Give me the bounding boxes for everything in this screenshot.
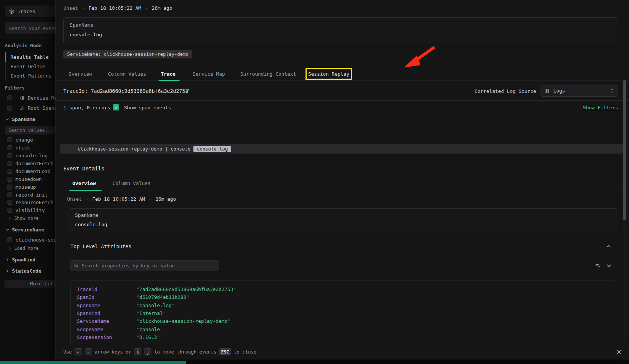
value-checkbox[interactable] [7, 185, 12, 189]
event-details-title: Event Details [63, 166, 105, 172]
waterfall-span-chip[interactable]: console.log [193, 146, 231, 152]
load-more-label: Load more [14, 246, 39, 251]
relative-time: 26m ago [152, 5, 172, 11]
value-label: record init [15, 192, 48, 198]
spanname-card: SpanName console.log [63, 17, 618, 44]
esc-keycap: ESC [219, 348, 231, 355]
value-row-visibility[interactable]: visibility [7, 207, 45, 213]
value-checkbox[interactable] [7, 161, 12, 166]
value-checkbox[interactable] [7, 137, 12, 142]
value-checkbox[interactable] [7, 208, 12, 213]
chevron-down-icon [5, 117, 9, 121]
ed-tab-overview[interactable]: Overview [72, 175, 96, 191]
table-row[interactable]: ServiceNameclickhouse-session-replay-dem… [77, 317, 615, 325]
denoise-checkbox[interactable] [7, 95, 12, 100]
servicename-section-header[interactable]: ServiceName [5, 227, 44, 233]
root-spans-checkbox[interactable] [7, 106, 12, 110]
j-keycap: j [144, 348, 151, 355]
table-row[interactable]: SpanKindInternal [77, 309, 615, 317]
tab-trace[interactable]: Trace [161, 67, 175, 81]
value-checkbox[interactable] [7, 192, 12, 197]
nav-item-results-table[interactable]: Results Table [5, 52, 52, 62]
tab-surrounding-context[interactable]: Surrounding Context [240, 67, 296, 81]
load-more-link[interactable]: Load more [8, 246, 39, 251]
footer-text: to move through events [154, 349, 216, 355]
analysis-mode-nav: Results Table Event Deltas Event Pattern… [5, 52, 52, 81]
footer-text: arrow keys or [95, 349, 132, 355]
statuscode-section-header[interactable]: StatusCode [5, 268, 41, 274]
properties-search[interactable] [70, 260, 219, 271]
search-icon [74, 263, 79, 268]
denoise-icon [20, 95, 25, 100]
attr-value: clickhouse-session-replay-demo [136, 318, 230, 324]
attr-value: 0.16.2 [136, 334, 160, 340]
layers-icon [545, 88, 550, 94]
properties-search-input[interactable] [82, 263, 216, 269]
value-row-change[interactable]: change [7, 137, 33, 143]
chevron-right-icon [5, 258, 9, 262]
event-drawer: Unset · Feb 18 10:05:22 AM · 26m ago Spa… [55, 0, 629, 360]
top-level-attributes-title: Top Level Attributes [70, 243, 132, 249]
spankind-section-header[interactable]: SpanKind [5, 257, 36, 263]
scrollbar-thumb[interactable] [623, 80, 626, 220]
value-row-documentfetch[interactable]: documentFetch [7, 161, 54, 166]
value-checkbox[interactable] [7, 237, 12, 242]
value-checkbox[interactable] [7, 145, 12, 150]
service-name-badge[interactable]: ServiceName: clickhouse-session-replay-d… [63, 50, 192, 58]
gear-icon[interactable] [606, 263, 612, 269]
k-keycap: k [134, 348, 141, 355]
table-row[interactable]: ScopeVersion0.16.2 [77, 333, 615, 341]
timestamp: Feb 18 10:05:22 AM [88, 5, 141, 11]
traceid-row: TraceId: 7ad2ad8660c9d53969a6bf6a3e2d275… [56, 81, 629, 101]
value-row-documentload[interactable]: documentLoad [7, 169, 51, 174]
show-more-link[interactable]: Show more [8, 216, 39, 221]
ed-tab-column-values[interactable]: Column Values [112, 175, 151, 191]
nav-item-event-deltas[interactable]: Event Deltas [5, 62, 52, 71]
spanname-section-title: SpanName [12, 116, 36, 122]
attr-key: ServiceName [77, 318, 136, 324]
log-source-select[interactable]: Logs [541, 85, 618, 97]
chevron-right-icon [5, 269, 9, 273]
spanname-section-header[interactable]: SpanName [5, 116, 36, 122]
value-label: console.log [15, 153, 48, 158]
value-label: documentFetch [15, 161, 54, 166]
tab-overview[interactable]: Overview [69, 67, 92, 81]
source-select-label: Traces [18, 9, 35, 14]
value-row-resourcefetch[interactable]: resourceFetch [7, 200, 54, 205]
trace-id-value: 7ad2ad8660c9d53969a6bf6a3e2d2753 [91, 88, 188, 94]
chevron-right-icon [8, 247, 11, 250]
left-arrow-keycap: ← [75, 348, 82, 355]
chevron-right-icon [8, 217, 11, 220]
nav-item-event-patterns[interactable]: Event Patterns [5, 71, 52, 81]
value-label: documentLoad [15, 169, 51, 174]
value-label: visibility [15, 207, 45, 213]
close-icon[interactable] [616, 349, 622, 355]
value-row-record-init[interactable]: record init [7, 192, 48, 198]
value-row-mousedown[interactable]: mousedown [7, 176, 42, 182]
value-checkbox[interactable] [7, 177, 12, 182]
show-span-events-checkbox[interactable] [113, 104, 119, 110]
show-filters-link[interactable]: Show Filters [583, 105, 618, 110]
value-checkbox[interactable] [7, 169, 12, 174]
tab-column-values[interactable]: Column Values [108, 67, 146, 81]
table-row[interactable]: TraceId7ad2ad8660c9d53969a6bf6a3e2d2753 [77, 285, 615, 293]
table-row[interactable]: ScopeNameconsole [77, 325, 615, 333]
filter-lines-icon[interactable] [595, 263, 601, 269]
value-checkbox[interactable] [7, 200, 12, 205]
tab-service-map[interactable]: Service Map [193, 67, 225, 81]
value-checkbox[interactable] [7, 153, 12, 158]
drawer-footer: Use ← → arrow keys or k j to move throug… [56, 344, 629, 360]
value-row-mouseup[interactable]: mouseup [7, 184, 36, 190]
edit-trace-icon[interactable] [185, 88, 190, 93]
table-row[interactable]: SpanNameconsole.log [77, 301, 615, 309]
spanname-card-details: SpanName console.log [69, 208, 617, 232]
tab-session-replay[interactable]: Session Replay [308, 71, 349, 77]
trace-waterfall-row[interactable]: clickhouse-session-replay-demo | console… [60, 144, 625, 154]
attr-key: ScopeVersion [77, 334, 136, 340]
value-label: change [15, 137, 33, 143]
table-row[interactable]: SpanIdd51079d4eb11b080 [77, 293, 615, 301]
value-row-click[interactable]: click [7, 145, 30, 151]
attr-value: Internal [136, 310, 166, 316]
collapse-section-icon[interactable] [606, 244, 611, 249]
value-row-console-log[interactable]: console.log [7, 153, 48, 158]
